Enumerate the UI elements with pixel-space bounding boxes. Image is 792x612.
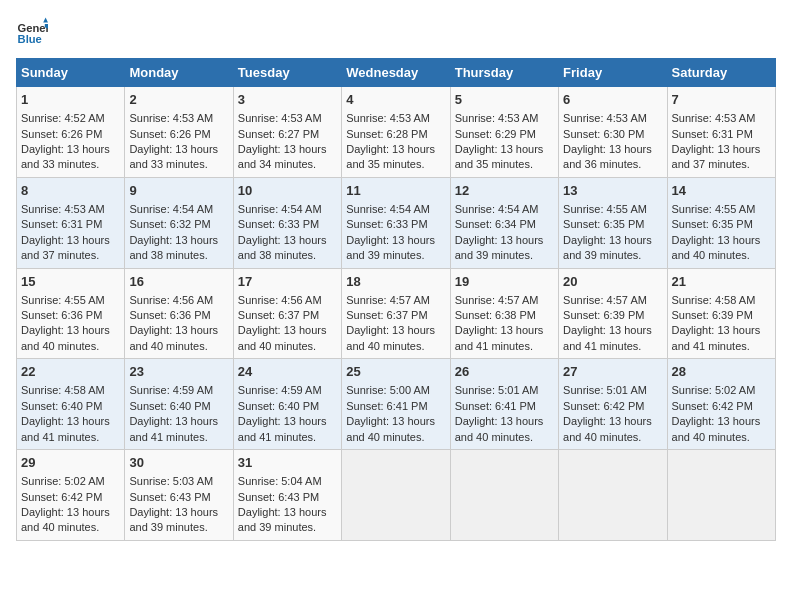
calendar-cell: 29Sunrise: 5:02 AMSunset: 6:42 PMDayligh… [17, 450, 125, 541]
sunrise-text: Sunrise: 4:53 AM [563, 112, 647, 124]
day-number: 16 [129, 273, 228, 291]
sunset-text: Sunset: 6:31 PM [21, 218, 102, 230]
sunrise-text: Sunrise: 5:00 AM [346, 384, 430, 396]
svg-text:General: General [18, 22, 48, 34]
day-number: 27 [563, 363, 662, 381]
sunrise-text: Sunrise: 4:59 AM [129, 384, 213, 396]
sunrise-text: Sunrise: 4:53 AM [672, 112, 756, 124]
sunset-text: Sunset: 6:41 PM [455, 400, 536, 412]
sunrise-text: Sunrise: 4:57 AM [563, 294, 647, 306]
sunset-text: Sunset: 6:41 PM [346, 400, 427, 412]
header-day: Thursday [450, 59, 558, 87]
day-number: 30 [129, 454, 228, 472]
svg-marker-2 [43, 18, 48, 23]
sunset-text: Sunset: 6:40 PM [238, 400, 319, 412]
daylight-text: Daylight: 13 hours and 33 minutes. [21, 143, 110, 170]
daylight-text: Daylight: 13 hours and 41 minutes. [21, 415, 110, 442]
calendar-cell: 31Sunrise: 5:04 AMSunset: 6:43 PMDayligh… [233, 450, 341, 541]
calendar-cell [559, 450, 667, 541]
daylight-text: Daylight: 13 hours and 40 minutes. [455, 415, 544, 442]
calendar-cell: 11Sunrise: 4:54 AMSunset: 6:33 PMDayligh… [342, 177, 450, 268]
logo: General Blue [16, 16, 52, 48]
calendar-week: 22Sunrise: 4:58 AMSunset: 6:40 PMDayligh… [17, 359, 776, 450]
day-number: 1 [21, 91, 120, 109]
sunset-text: Sunset: 6:43 PM [238, 491, 319, 503]
sunrise-text: Sunrise: 4:55 AM [672, 203, 756, 215]
daylight-text: Daylight: 13 hours and 40 minutes. [129, 324, 218, 351]
sunset-text: Sunset: 6:40 PM [21, 400, 102, 412]
header-day: Wednesday [342, 59, 450, 87]
calendar-cell: 28Sunrise: 5:02 AMSunset: 6:42 PMDayligh… [667, 359, 775, 450]
sunrise-text: Sunrise: 4:59 AM [238, 384, 322, 396]
daylight-text: Daylight: 13 hours and 41 minutes. [563, 324, 652, 351]
sunrise-text: Sunrise: 5:01 AM [563, 384, 647, 396]
calendar-body: 1Sunrise: 4:52 AMSunset: 6:26 PMDaylight… [17, 87, 776, 541]
sunrise-text: Sunrise: 4:53 AM [346, 112, 430, 124]
header-day: Saturday [667, 59, 775, 87]
day-number: 21 [672, 273, 771, 291]
daylight-text: Daylight: 13 hours and 40 minutes. [21, 506, 110, 533]
sunrise-text: Sunrise: 4:53 AM [129, 112, 213, 124]
calendar-cell: 8Sunrise: 4:53 AMSunset: 6:31 PMDaylight… [17, 177, 125, 268]
calendar-cell: 23Sunrise: 4:59 AMSunset: 6:40 PMDayligh… [125, 359, 233, 450]
day-number: 17 [238, 273, 337, 291]
daylight-text: Daylight: 13 hours and 41 minutes. [455, 324, 544, 351]
sunset-text: Sunset: 6:38 PM [455, 309, 536, 321]
daylight-text: Daylight: 13 hours and 40 minutes. [672, 234, 761, 261]
daylight-text: Daylight: 13 hours and 38 minutes. [238, 234, 327, 261]
calendar-cell: 15Sunrise: 4:55 AMSunset: 6:36 PMDayligh… [17, 268, 125, 359]
sunset-text: Sunset: 6:35 PM [563, 218, 644, 230]
day-number: 31 [238, 454, 337, 472]
daylight-text: Daylight: 13 hours and 40 minutes. [563, 415, 652, 442]
sunset-text: Sunset: 6:43 PM [129, 491, 210, 503]
daylight-text: Daylight: 13 hours and 40 minutes. [346, 415, 435, 442]
sunset-text: Sunset: 6:31 PM [672, 128, 753, 140]
daylight-text: Daylight: 13 hours and 34 minutes. [238, 143, 327, 170]
calendar-cell: 25Sunrise: 5:00 AMSunset: 6:41 PMDayligh… [342, 359, 450, 450]
header-day: Monday [125, 59, 233, 87]
daylight-text: Daylight: 13 hours and 39 minutes. [238, 506, 327, 533]
header-day: Friday [559, 59, 667, 87]
calendar-week: 29Sunrise: 5:02 AMSunset: 6:42 PMDayligh… [17, 450, 776, 541]
daylight-text: Daylight: 13 hours and 39 minutes. [563, 234, 652, 261]
calendar-cell [342, 450, 450, 541]
daylight-text: Daylight: 13 hours and 40 minutes. [21, 324, 110, 351]
sunrise-text: Sunrise: 4:55 AM [563, 203, 647, 215]
sunrise-text: Sunrise: 4:58 AM [21, 384, 105, 396]
daylight-text: Daylight: 13 hours and 41 minutes. [238, 415, 327, 442]
sunset-text: Sunset: 6:42 PM [563, 400, 644, 412]
sunset-text: Sunset: 6:26 PM [129, 128, 210, 140]
sunrise-text: Sunrise: 4:52 AM [21, 112, 105, 124]
sunset-text: Sunset: 6:36 PM [21, 309, 102, 321]
sunset-text: Sunset: 6:34 PM [455, 218, 536, 230]
sunrise-text: Sunrise: 4:53 AM [21, 203, 105, 215]
day-number: 20 [563, 273, 662, 291]
calendar-cell: 3Sunrise: 4:53 AMSunset: 6:27 PMDaylight… [233, 87, 341, 178]
daylight-text: Daylight: 13 hours and 33 minutes. [129, 143, 218, 170]
daylight-text: Daylight: 13 hours and 39 minutes. [455, 234, 544, 261]
day-number: 2 [129, 91, 228, 109]
daylight-text: Daylight: 13 hours and 35 minutes. [346, 143, 435, 170]
daylight-text: Daylight: 13 hours and 35 minutes. [455, 143, 544, 170]
day-number: 24 [238, 363, 337, 381]
daylight-text: Daylight: 13 hours and 39 minutes. [346, 234, 435, 261]
calendar-cell: 9Sunrise: 4:54 AMSunset: 6:32 PMDaylight… [125, 177, 233, 268]
sunset-text: Sunset: 6:39 PM [563, 309, 644, 321]
day-number: 22 [21, 363, 120, 381]
day-number: 15 [21, 273, 120, 291]
sunrise-text: Sunrise: 4:54 AM [346, 203, 430, 215]
sunrise-text: Sunrise: 5:02 AM [672, 384, 756, 396]
header-day: Sunday [17, 59, 125, 87]
day-number: 23 [129, 363, 228, 381]
calendar-week: 1Sunrise: 4:52 AMSunset: 6:26 PMDaylight… [17, 87, 776, 178]
sunset-text: Sunset: 6:36 PM [129, 309, 210, 321]
day-number: 6 [563, 91, 662, 109]
sunrise-text: Sunrise: 4:54 AM [238, 203, 322, 215]
sunrise-text: Sunrise: 5:03 AM [129, 475, 213, 487]
sunset-text: Sunset: 6:26 PM [21, 128, 102, 140]
sunset-text: Sunset: 6:33 PM [346, 218, 427, 230]
sunset-text: Sunset: 6:27 PM [238, 128, 319, 140]
calendar-cell: 26Sunrise: 5:01 AMSunset: 6:41 PMDayligh… [450, 359, 558, 450]
sunset-text: Sunset: 6:37 PM [238, 309, 319, 321]
daylight-text: Daylight: 13 hours and 40 minutes. [672, 415, 761, 442]
